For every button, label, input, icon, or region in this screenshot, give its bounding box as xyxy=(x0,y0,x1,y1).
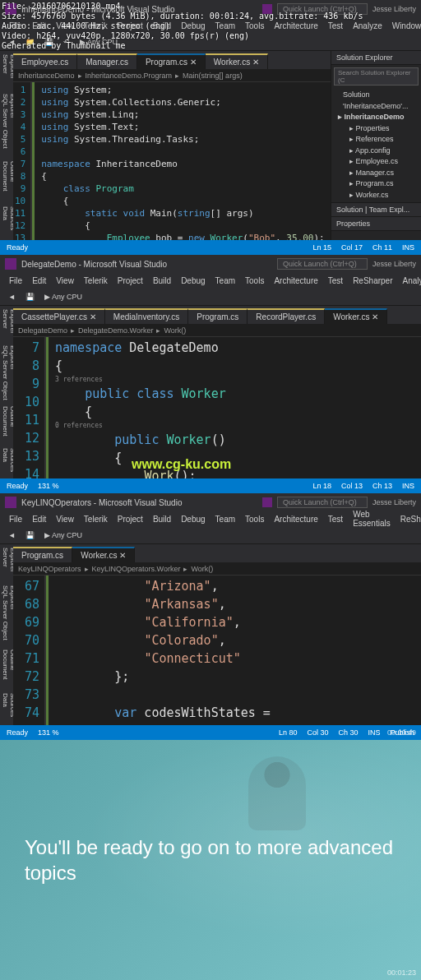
side-tab[interactable]: Server Explorer xyxy=(2,54,12,89)
vs-logo-icon xyxy=(5,497,16,508)
save-icon[interactable]: 💾 xyxy=(22,529,38,541)
panel-tabs[interactable]: Solution | Team Expl... xyxy=(331,203,421,217)
menu-project[interactable]: Project xyxy=(113,514,147,525)
editor-tab[interactable]: Worker.cs ✕ xyxy=(72,547,135,562)
menu-architecture[interactable]: Architecture xyxy=(270,275,322,286)
person-photo xyxy=(248,756,306,830)
menu-view[interactable]: View xyxy=(52,275,78,286)
solution-explorer: Solution Explorer Search Solution Explor… xyxy=(331,51,421,240)
editor-tab[interactable]: CassettePlayer.cs ✕ xyxy=(13,308,105,324)
menu-tools[interactable]: Tools xyxy=(241,275,268,286)
menu-test[interactable]: Test xyxy=(324,275,347,286)
side-tab[interactable]: Server Explorer xyxy=(2,309,12,340)
save-icon[interactable]: 💾 xyxy=(22,291,38,303)
statusbar: Ready131 % Ln 80 Col 30 Ch 30 INS Publis… xyxy=(0,725,421,740)
side-tab[interactable]: Data Sources xyxy=(2,693,12,722)
breadcrumb[interactable]: DelegateDemo▸ DelegateDemo.Worker▸ Work(… xyxy=(13,324,421,337)
video-timestamp: 00:00:49 xyxy=(387,728,416,737)
code-editor[interactable]: 123456789101112131415161718 using System… xyxy=(13,82,331,240)
toolbar: ◄ 💾 ▶ Any CPU xyxy=(0,526,421,544)
nav-back-icon[interactable]: ◄ xyxy=(5,291,19,303)
menu-edit[interactable]: Edit xyxy=(28,514,50,525)
menu-edit[interactable]: Edit xyxy=(28,275,50,286)
menu-debug[interactable]: Debug xyxy=(177,514,209,525)
solution-search-input[interactable]: Search Solution Explorer (C xyxy=(334,67,419,86)
breadcrumb[interactable]: KeyLINQOperators▸ KeyLINQOperators.Worke… xyxy=(13,562,421,576)
quick-launch-input[interactable]: Quick Launch (Ctrl+Q) xyxy=(277,258,368,270)
menu-telerik[interactable]: Telerik xyxy=(80,514,112,525)
editor-tab[interactable]: Program.cs ✕ xyxy=(137,53,206,69)
menu-debug[interactable]: Debug xyxy=(177,275,209,286)
menu-telerik[interactable]: Telerik xyxy=(80,275,112,286)
side-tab[interactable]: SQL Server Object Explorer xyxy=(2,94,12,156)
window-title: KeyLINQOperators - Microsoft Visual Stud… xyxy=(21,498,182,507)
start-debug-button[interactable]: ▶ Any CPU xyxy=(41,529,86,541)
window-title: DelegateDemo - Microsoft Visual Studio xyxy=(21,260,167,269)
side-tab[interactable]: Document Outline xyxy=(2,649,12,688)
side-tab[interactable]: Document Outline xyxy=(2,161,12,201)
nav-back-icon[interactable]: ◄ xyxy=(5,529,19,541)
editor-tabs: Employee.csManager.csProgram.cs ✕Worker.… xyxy=(13,51,331,69)
solution-item[interactable]: ▸ References xyxy=(335,134,418,146)
side-tab[interactable]: Data Sources xyxy=(2,206,12,237)
side-tab[interactable]: SQL Server Object Explorer xyxy=(2,345,12,401)
menu-team[interactable]: Team xyxy=(211,514,239,525)
menu-test[interactable]: Test xyxy=(324,514,347,525)
side-tab[interactable]: Document Outline xyxy=(2,406,12,442)
solution-item[interactable]: ▸ Program.cs xyxy=(335,178,418,190)
menu-resharper[interactable]: ReSharper xyxy=(349,275,396,286)
left-tool-gutter[interactable]: Server ExplorerSQL Server Object Explore… xyxy=(0,544,13,725)
menu-view[interactable]: View xyxy=(52,514,78,525)
toolbar: ◄ 💾 ▶ Any CPU xyxy=(0,288,421,306)
editor-tab[interactable]: MediaInventory.cs xyxy=(105,308,188,324)
solution-item[interactable]: ▸ Employee.cs xyxy=(335,156,418,168)
breadcrumb[interactable]: InheritanceDemo▸ InheritanceDemo.Program… xyxy=(13,69,331,82)
menubar: FileEditViewTelerikProjectBuildDebugTeam… xyxy=(0,273,421,288)
left-tool-gutter[interactable]: Server ExplorerSQL Server Object Explore… xyxy=(0,51,13,240)
solution-item[interactable]: ▸ Manager.cs xyxy=(335,168,418,179)
menu-resharper[interactable]: ReSharper xyxy=(396,514,421,525)
editor-tabs: Program.csWorker.cs ✕ xyxy=(13,544,421,562)
ffprobe-overlay: File: 20160706210130.mp4 Size: 4576760 b… xyxy=(0,0,365,53)
editor-tab[interactable]: Manager.cs xyxy=(77,53,137,69)
solution-item[interactable]: ▸ App.config xyxy=(335,146,418,157)
menu-build[interactable]: Build xyxy=(149,514,175,525)
statusbar: Ready131 % Ln 18 Col 13 Ch 13 INS xyxy=(0,478,421,493)
outro-heading: You'll be ready to go on to more advance… xyxy=(25,834,396,885)
editor-tab[interactable]: Program.cs xyxy=(13,547,72,562)
user-label: Jesse Liberty xyxy=(372,498,416,506)
menu-file[interactable]: File xyxy=(5,514,26,525)
menu-build[interactable]: Build xyxy=(149,275,175,286)
vs-window-2: DelegateDemo - Microsoft Visual Studio Q… xyxy=(0,255,421,493)
side-tab[interactable]: Server Explorer xyxy=(2,548,12,580)
watermark: www.cg-ku.com xyxy=(132,457,231,472)
editor-tab[interactable]: Employee.cs xyxy=(13,53,77,69)
editor-tabs: CassettePlayer.cs ✕MediaInventory.csProg… xyxy=(13,306,421,324)
menu-window[interactable]: Window xyxy=(388,21,421,31)
solution-tree[interactable]: Solution 'InheritanceDemo'... ▸ Inherita… xyxy=(331,88,421,202)
solution-explorer-header: Solution Explorer xyxy=(331,51,421,65)
left-tool-gutter[interactable]: Server ExplorerSQL Server Object Explore… xyxy=(0,306,13,478)
vs-window-3: KeyLINQOperators - Microsoft Visual Stud… xyxy=(0,493,421,740)
quick-launch-input[interactable]: Quick Launch (Ctrl+Q) xyxy=(277,497,368,508)
menu-file[interactable]: File xyxy=(5,275,26,286)
editor-tab[interactable]: RecordPlayer.cs xyxy=(248,308,325,324)
menu-team[interactable]: Team xyxy=(211,275,239,286)
menu-architecture[interactable]: Architecture xyxy=(270,514,322,525)
menu-web essentials[interactable]: Web Essentials xyxy=(349,509,395,529)
solution-item[interactable]: ▸ Properties xyxy=(335,123,418,135)
side-tab[interactable]: Data Sources xyxy=(2,448,12,475)
notification-icon[interactable] xyxy=(262,497,272,507)
properties-header: Properties xyxy=(331,217,421,231)
menu-project[interactable]: Project xyxy=(113,275,147,286)
solution-item[interactable]: ▸ Worker.cs xyxy=(335,190,418,201)
code-editor[interactable]: 6768697071727374757677787980 "Arizona", … xyxy=(13,576,421,725)
editor-tab[interactable]: Program.cs xyxy=(188,308,248,324)
start-debug-button[interactable]: ▶ Any CPU xyxy=(41,291,86,303)
user-label: Jesse Liberty xyxy=(372,260,416,268)
side-tab[interactable]: SQL Server Object Explorer xyxy=(2,585,12,645)
editor-tab[interactable]: Worker.cs ✕ xyxy=(325,308,387,324)
menu-tools[interactable]: Tools xyxy=(241,514,268,525)
editor-tab[interactable]: Worker.cs ✕ xyxy=(206,53,268,69)
menu-analyze[interactable]: Analyze xyxy=(398,275,421,286)
